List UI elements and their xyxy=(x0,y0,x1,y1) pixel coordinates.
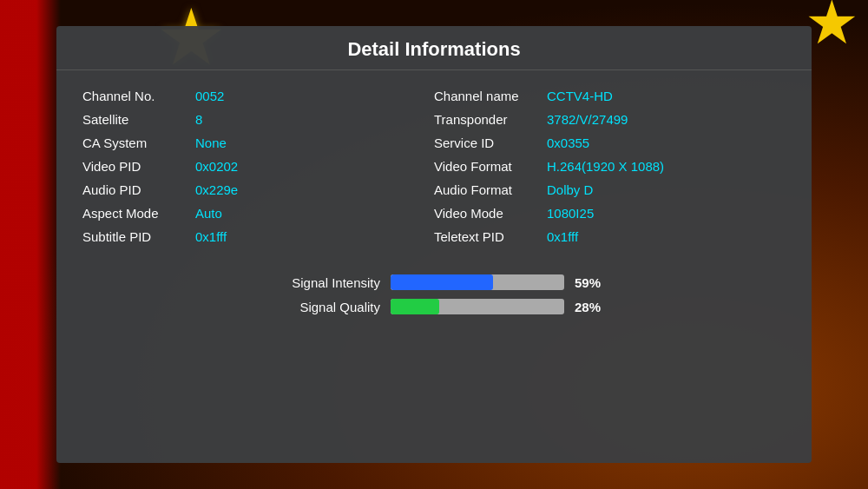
signal-quality-percent: 28% xyxy=(575,300,609,314)
dialog-title: Detail Informations xyxy=(56,26,812,70)
info-row: Teletext PID0x1fff xyxy=(434,225,786,248)
info-label: Video PID xyxy=(82,159,195,174)
dialog-body: Channel No.0052Satellite8CA SystemNoneVi… xyxy=(56,70,812,463)
info-value: None xyxy=(195,135,227,150)
info-value: 0052 xyxy=(195,89,224,103)
info-label: Aspect Mode xyxy=(82,206,195,221)
info-label: Channel name xyxy=(434,89,547,103)
info-value: 0x1fff xyxy=(547,229,578,244)
info-label: Video Format xyxy=(434,159,547,174)
info-value: H.264(1920 X 1088) xyxy=(547,159,664,174)
info-value: 0x0355 xyxy=(547,135,589,150)
info-value: Dolby D xyxy=(547,182,593,197)
info-label: Audio PID xyxy=(82,182,195,197)
info-value: CCTV4-HD xyxy=(547,89,613,103)
info-row: Video Mode1080I25 xyxy=(434,202,786,225)
signal-intensity-percent: 59% xyxy=(575,275,609,290)
info-value: 0x229e xyxy=(195,182,238,197)
info-label: Service ID xyxy=(434,135,547,150)
info-row: Audio FormatDolby D xyxy=(434,178,786,202)
signal-quality-bar-container xyxy=(391,299,564,314)
info-row: Audio PID0x229e xyxy=(82,178,434,202)
info-grid: Channel No.0052Satellite8CA SystemNoneVi… xyxy=(82,84,786,248)
signal-quality-row: Signal Quality 28% xyxy=(259,299,609,314)
left-column: Channel No.0052Satellite8CA SystemNoneVi… xyxy=(82,84,434,248)
info-row: Service ID0x0355 xyxy=(434,131,786,155)
info-label: Transponder xyxy=(434,112,547,127)
info-row: Channel nameCCTV4-HD xyxy=(434,84,786,108)
info-label: Satellite xyxy=(82,112,195,127)
info-value: 1080I25 xyxy=(547,206,594,221)
info-row: Satellite8 xyxy=(82,108,434,131)
info-value: 0x1fff xyxy=(195,229,227,244)
info-value: 0x0202 xyxy=(195,159,238,174)
signal-quality-label: Signal Quality xyxy=(259,300,380,314)
signal-intensity-bar xyxy=(391,274,493,290)
detail-dialog: Detail Informations Channel No.0052Satel… xyxy=(56,26,812,463)
flag-decoration-left xyxy=(0,0,61,489)
info-row: Channel No.0052 xyxy=(82,84,434,108)
info-row: Video PID0x0202 xyxy=(82,155,434,178)
info-label: Video Mode xyxy=(434,206,547,221)
info-row: Video FormatH.264(1920 X 1088) xyxy=(434,155,786,178)
info-label: Subtitle PID xyxy=(82,229,195,244)
signal-intensity-bar-container xyxy=(391,274,564,290)
right-column: Channel nameCCTV4-HDTransponder3782/V/27… xyxy=(434,84,786,248)
signal-section: Signal Intensity 59% Signal Quality 28% xyxy=(82,274,786,323)
info-label: Teletext PID xyxy=(434,229,547,244)
info-label: CA System xyxy=(82,135,195,150)
info-value: 3782/V/27499 xyxy=(547,112,628,127)
info-value: 8 xyxy=(195,112,202,127)
info-label: Audio Format xyxy=(434,182,547,197)
info-value: Auto xyxy=(195,206,222,221)
signal-quality-bar xyxy=(391,299,439,314)
info-row: Subtitle PID0x1fff xyxy=(82,225,434,248)
signal-intensity-label: Signal Intensity xyxy=(259,275,380,290)
info-row: Aspect ModeAuto xyxy=(82,202,434,225)
signal-intensity-row: Signal Intensity 59% xyxy=(259,274,609,290)
info-label: Channel No. xyxy=(82,89,195,103)
info-row: Transponder3782/V/27499 xyxy=(434,108,786,131)
info-row: CA SystemNone xyxy=(82,131,434,155)
